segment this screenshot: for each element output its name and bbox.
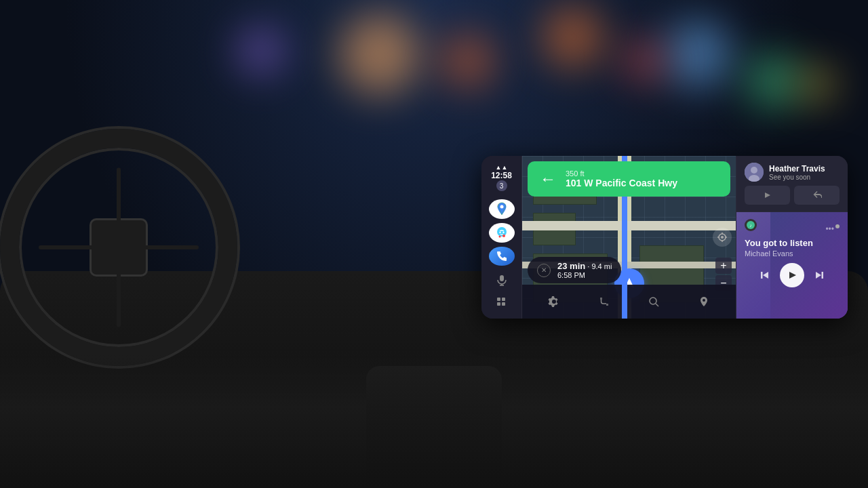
steering-spoke-horizontal xyxy=(39,245,198,249)
nav-instruction: 350 ft 101 W Pacific Coast Hwy xyxy=(566,169,677,189)
message-sender-name: Heather Travis xyxy=(769,164,825,174)
search-icon[interactable] xyxy=(642,289,666,314)
bokeh-light-4 xyxy=(624,41,665,81)
navigation-banner: ← 350 ft 101 W Pacific Coast Hwy xyxy=(528,161,730,197)
svg-rect-12 xyxy=(502,302,505,306)
apps-grid-icon[interactable] xyxy=(489,292,515,312)
previous-track-button[interactable] xyxy=(755,266,774,285)
message-card: Heather Travis See you soon xyxy=(736,156,848,212)
steering-wheel xyxy=(0,129,237,366)
svg-rect-27 xyxy=(822,272,824,279)
pin-icon[interactable] xyxy=(692,289,716,314)
message-actions xyxy=(745,186,840,205)
zoom-in-button[interactable]: + xyxy=(715,258,732,274)
music-card: ••• ♪ You got to listen Michael Evans xyxy=(736,212,848,319)
map-cross-road-1 xyxy=(522,221,736,230)
music-status-dot xyxy=(835,224,840,228)
svg-text:♪: ♪ xyxy=(749,223,752,228)
signal-icon: ▲▲ xyxy=(496,164,508,171)
nav-street-name: 101 W Pacific Coast Hwy xyxy=(566,178,677,189)
svg-point-4 xyxy=(502,235,505,237)
map-toolbar xyxy=(522,285,736,319)
eta-info-bar: ✕ 23 min · 9.4 mi 6:58 PM xyxy=(528,257,621,283)
music-artist: Michael Evans xyxy=(745,249,840,258)
message-header: Heather Travis See you soon xyxy=(745,163,840,182)
waze-icon[interactable] xyxy=(489,223,515,243)
music-title: You got to listen xyxy=(745,238,840,249)
bokeh-light-3 xyxy=(665,20,732,88)
svg-rect-9 xyxy=(497,298,500,301)
svg-rect-10 xyxy=(502,298,505,301)
bokeh-light-8 xyxy=(800,68,834,102)
svg-point-2 xyxy=(499,232,500,233)
eta-time-value: 23 min xyxy=(557,261,585,271)
play-message-button[interactable] xyxy=(745,186,790,205)
google-maps-icon[interactable] xyxy=(489,199,515,219)
app-number-badge: 3 xyxy=(496,180,507,191)
eta-close-button[interactable]: ✕ xyxy=(537,264,551,277)
eta-arrival-time: 6:58 PM xyxy=(557,271,585,279)
bokeh-light-5 xyxy=(746,54,800,108)
message-preview-text: See you soon xyxy=(769,174,825,181)
music-more-menu[interactable]: ••• xyxy=(825,224,834,234)
settings-icon[interactable] xyxy=(542,289,566,314)
svg-point-5 xyxy=(498,236,500,238)
eta-text: 23 min · 9.4 mi 6:58 PM xyxy=(557,261,612,279)
center-console xyxy=(366,366,502,488)
message-info: Heather Travis See you soon xyxy=(769,164,825,181)
eta-distance-value: 9.4 mi xyxy=(591,262,612,270)
next-track-button[interactable] xyxy=(810,266,829,285)
right-panel: Heather Travis See you soon xyxy=(736,156,848,319)
svg-rect-26 xyxy=(761,272,763,279)
svg-point-14 xyxy=(721,236,724,239)
contact-avatar xyxy=(745,163,764,182)
microphone-icon[interactable] xyxy=(489,270,515,289)
svg-line-20 xyxy=(656,304,658,306)
bokeh-light-7 xyxy=(237,27,285,75)
route-icon[interactable] xyxy=(592,289,616,314)
svg-rect-6 xyxy=(500,275,504,281)
play-pause-button[interactable] xyxy=(780,263,804,287)
svg-rect-11 xyxy=(497,302,500,306)
bokeh-light-1 xyxy=(339,14,420,95)
nav-turn-arrow-icon: ← xyxy=(537,168,559,190)
music-playback-controls xyxy=(745,263,840,287)
bokeh-light-6 xyxy=(542,7,604,68)
time-display: 12:58 xyxy=(491,171,512,180)
reply-message-button[interactable] xyxy=(794,186,840,205)
status-bar: ▲▲ 12:58 3 xyxy=(481,161,521,194)
svg-point-1 xyxy=(497,227,507,237)
music-service-icon: ♪ xyxy=(745,219,757,231)
svg-point-0 xyxy=(500,205,503,209)
nav-distance: 350 ft xyxy=(566,169,677,178)
music-card-content: ••• ♪ You got to listen Michael Evans xyxy=(745,219,840,287)
svg-point-19 xyxy=(650,298,656,304)
phone-icon[interactable] xyxy=(489,247,515,266)
svg-point-3 xyxy=(502,232,504,233)
locate-button[interactable] xyxy=(713,228,732,247)
android-auto-screen: ▲▲ 12:58 3 xyxy=(481,156,848,319)
navigation-map[interactable]: ← 350 ft 101 W Pacific Coast Hwy xyxy=(522,156,736,319)
svg-point-22 xyxy=(751,167,757,174)
bokeh-light-2 xyxy=(441,34,495,88)
android-auto-sidebar: ▲▲ 12:58 3 xyxy=(481,156,522,319)
